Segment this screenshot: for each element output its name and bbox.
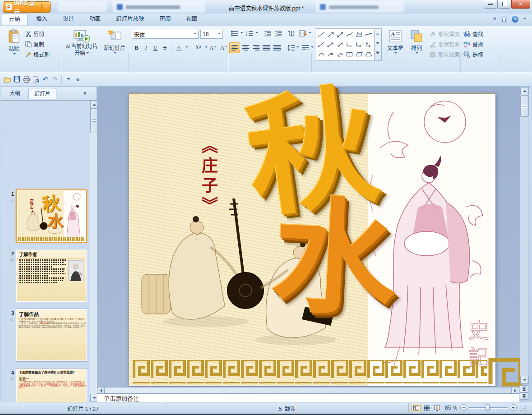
tab-slides[interactable]: 幻灯片 xyxy=(28,88,56,99)
toolbar-options-icon[interactable] xyxy=(64,74,73,84)
slide-vertical-title[interactable]: 《庄子》 xyxy=(197,137,220,254)
help-icon[interactable]: ? xyxy=(512,16,518,23)
save-icon[interactable] xyxy=(12,74,22,84)
connector-arrow[interactable] xyxy=(326,39,335,49)
transition-star-icon[interactable]: ☆ xyxy=(4,317,14,322)
shape-double-arrow[interactable] xyxy=(335,29,345,39)
tab-slideshow[interactable]: 幻灯片放映 xyxy=(109,14,151,25)
play-from-current-button[interactable]: 从当前幻灯片 开始 xyxy=(62,28,101,56)
tab-home[interactable]: 开始 xyxy=(2,14,28,25)
justify-button[interactable] xyxy=(261,43,271,53)
shape-curve[interactable] xyxy=(316,49,326,59)
editor-vertical-scrollbar[interactable] xyxy=(520,87,528,384)
previous-slide-button[interactable] xyxy=(520,385,528,392)
scroll-up-button[interactable] xyxy=(520,87,529,95)
shape-curve-double[interactable] xyxy=(335,49,345,59)
chevron-down-icon[interactable] xyxy=(296,46,299,49)
scrollbar-thumb[interactable] xyxy=(520,95,529,117)
zoom-out-button[interactable]: − xyxy=(460,404,467,411)
restore-button[interactable] xyxy=(498,0,511,9)
tab-design[interactable]: 设计 xyxy=(56,14,81,25)
align-center-button[interactable] xyxy=(241,43,250,53)
transition-star-icon[interactable]: ☆ xyxy=(4,258,14,263)
superscript-button[interactable]: X² xyxy=(192,43,204,52)
thumbnail-scrollbar[interactable] xyxy=(90,101,97,402)
wps-app-menu-button[interactable]: P WPS 演示 xyxy=(3,1,51,13)
slide-canvas[interactable]: 史 記 xyxy=(129,93,495,386)
align-left-button[interactable] xyxy=(229,42,240,53)
shape-trapezoid[interactable] xyxy=(364,49,373,59)
decrease-indent-button[interactable] xyxy=(264,30,272,37)
chevron-down-icon[interactable] xyxy=(309,32,311,35)
font-name-select[interactable]: 宋体 xyxy=(132,30,199,39)
find-button[interactable]: 查找 xyxy=(464,29,483,38)
numbering-button[interactable]: 123 xyxy=(246,30,254,37)
font-size-select[interactable]: 18 xyxy=(200,30,223,39)
character-spacing-button[interactable]: AA xyxy=(288,30,296,37)
zoom-in-button[interactable]: + xyxy=(510,404,517,411)
print-icon[interactable] xyxy=(22,74,31,84)
format-painter-button[interactable]: 格式刷 xyxy=(25,50,50,59)
gallery-scroll-up-icon[interactable] xyxy=(376,31,379,35)
chevron-down-icon[interactable] xyxy=(241,32,243,35)
resize-grip[interactable] xyxy=(520,406,526,411)
slide-thumbnail-2[interactable]: 了解作者 xyxy=(16,249,87,302)
increase-font-button[interactable]: A⁺ xyxy=(208,43,218,52)
italic-button[interactable]: I xyxy=(141,43,151,52)
text-direction-button[interactable] xyxy=(299,30,307,37)
copy-button[interactable]: 复制 xyxy=(25,39,44,49)
shape-parallelogram[interactable] xyxy=(354,49,364,59)
paste-button[interactable]: 粘贴 xyxy=(5,28,23,56)
connector-elbow-arrow[interactable] xyxy=(354,39,364,49)
transition-star-icon[interactable]: ☆ xyxy=(4,198,14,203)
chevron-down-icon[interactable] xyxy=(255,32,258,35)
align-right-button[interactable] xyxy=(251,43,261,53)
font-color-button[interactable]: A xyxy=(173,43,185,52)
tab-review[interactable]: 审阅 xyxy=(153,14,178,25)
bold-button[interactable]: B xyxy=(132,43,141,52)
scroll-tabs-left-icon[interactable]: « xyxy=(73,74,83,84)
gallery-scroll-down-icon[interactable] xyxy=(376,42,379,46)
paragraph-settings-button[interactable] xyxy=(302,45,310,51)
shape-fill-button[interactable]: 形状填充 xyxy=(430,29,465,38)
slide-title-char-shui[interactable]: 水 xyxy=(269,193,400,323)
tab-insert[interactable]: 插入 xyxy=(29,14,54,25)
connector-elbow-double[interactable] xyxy=(364,39,373,49)
close-panel-icon[interactable]: × xyxy=(83,90,87,97)
shape-rectangle[interactable] xyxy=(345,49,354,59)
normal-view-button[interactable] xyxy=(412,404,421,412)
decrease-font-button[interactable]: A⁻ xyxy=(218,43,229,52)
connector-elbow[interactable] xyxy=(345,39,354,49)
undo-icon[interactable]: ↶ xyxy=(41,74,50,84)
increase-indent-button[interactable] xyxy=(274,30,282,37)
tab-view[interactable]: 视图 xyxy=(180,14,204,25)
skin-shirt-icon[interactable] xyxy=(500,16,508,23)
collapse-ribbon-icon[interactable]: ^ xyxy=(493,16,496,23)
shape-arrow[interactable] xyxy=(326,29,335,39)
close-button[interactable]: × xyxy=(511,0,530,9)
gallery-more-icon[interactable] xyxy=(376,52,379,56)
editor-horizontal-scrollbar[interactable] xyxy=(97,387,519,393)
slide-thumbnail-3[interactable]: 了解作品 » 《庄子》，道家经典之一。共三十三篇，分为内篇七，外篇十五，杂篇十一… xyxy=(16,309,87,362)
open-file-icon[interactable] xyxy=(3,74,12,84)
slide-sorter-view-button[interactable] xyxy=(422,404,431,412)
cut-button[interactable]: 剪切 xyxy=(25,29,44,38)
print-preview-icon[interactable] xyxy=(31,74,41,84)
textbox-button[interactable]: A 文本框 xyxy=(384,28,406,55)
redo-icon[interactable]: ↷ xyxy=(50,74,60,84)
shape-gallery-scrollbar[interactable] xyxy=(374,29,381,60)
shape-line[interactable] xyxy=(316,29,326,39)
zoom-slider-thumb[interactable] xyxy=(486,404,490,411)
slideshow-view-button[interactable] xyxy=(432,404,441,412)
connector-double[interactable] xyxy=(335,39,345,49)
chevron-down-icon[interactable] xyxy=(185,46,188,49)
scroll-down-button[interactable] xyxy=(520,376,529,384)
underline-button[interactable]: U xyxy=(151,43,160,52)
tab-animation[interactable]: 动画 xyxy=(83,14,107,25)
distribute-button[interactable] xyxy=(272,43,282,53)
shape-curve-arrow[interactable] xyxy=(326,49,335,59)
shape-freeform[interactable] xyxy=(354,29,364,39)
replace-button[interactable]: abac 替换 xyxy=(464,39,483,49)
connector-straight[interactable] xyxy=(316,39,326,49)
minimize-button[interactable] xyxy=(484,0,498,9)
